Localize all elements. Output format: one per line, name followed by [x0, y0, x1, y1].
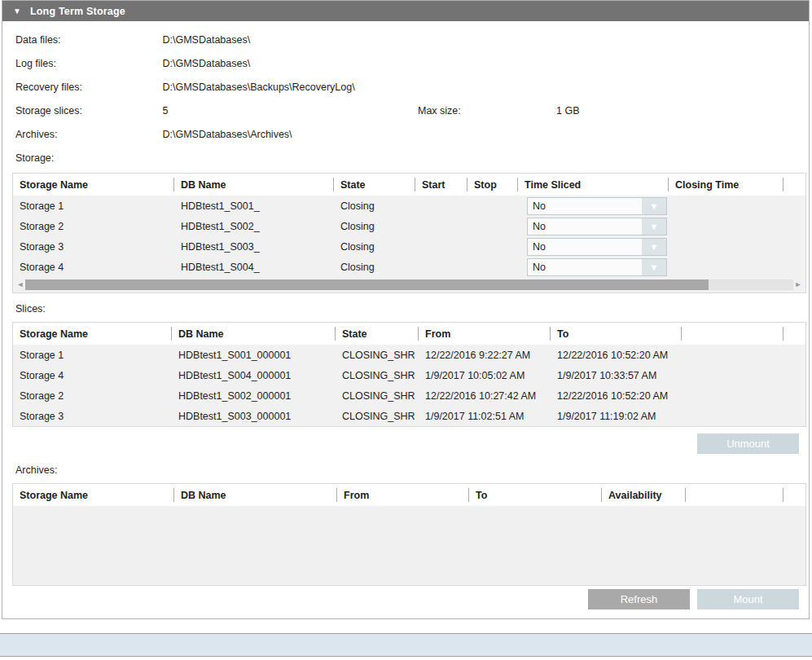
column-header-db-name[interactable]: DB Name	[174, 174, 334, 196]
column-header-pad	[783, 484, 805, 506]
cell-state: Closing	[334, 196, 415, 216]
table-row[interactable]: Storage 1 HDBtest1_S001_000001 CLOSING_S…	[13, 345, 805, 365]
archives-table: Storage Name DB Name From To Availabilit…	[12, 483, 806, 586]
table-row[interactable]: Storage 4 HDBtest1_S004_000001 CLOSING_S…	[13, 365, 805, 385]
scroll-right-icon[interactable]: ►	[793, 277, 803, 293]
dropdown-button[interactable]: ▼	[642, 259, 666, 275]
section-header[interactable]: ▼ Long Term Storage	[2, 1, 809, 21]
cell-to: 1/9/2017 10:33:57 AM	[551, 365, 682, 385]
cell-db-name: HDBtest1_S004_000001	[172, 365, 336, 385]
column-header-empty	[682, 323, 783, 345]
dropdown-value: No	[528, 221, 642, 232]
cell-pad	[783, 365, 805, 385]
cell-pad	[783, 385, 805, 406]
column-header-storage-name[interactable]: Storage Name	[13, 323, 172, 345]
column-header-stop[interactable]: Stop	[467, 174, 518, 196]
field-label: Recovery files:	[15, 81, 160, 93]
field-value: D:\GMSDatabases\	[162, 34, 250, 46]
cell-db-name: HDBtest1_S001_	[174, 196, 334, 216]
column-header-time-sliced[interactable]: Time Sliced	[518, 174, 669, 196]
cell-pad	[783, 236, 805, 257]
cell-empty	[682, 345, 783, 365]
cell-storage-name: Storage 4	[13, 257, 174, 277]
column-header-db-name[interactable]: DB Name	[174, 484, 337, 506]
dropdown-value: No	[528, 200, 642, 212]
column-header-storage-name[interactable]: Storage Name	[13, 484, 174, 506]
dropdown-button[interactable]: ▼	[642, 198, 666, 214]
archives-table-header: Storage Name DB Name From To Availabilit…	[13, 484, 805, 506]
collapsed-section-bar[interactable]	[0, 633, 812, 657]
table-row[interactable]: Storage 2 HDBtest1_S002_ Closing No ▼	[13, 216, 805, 236]
column-header-closing-time[interactable]: Closing Time	[669, 174, 783, 196]
column-header-state[interactable]: State	[334, 174, 415, 196]
cell-to: 12/22/2016 10:52:20 AM	[551, 345, 682, 365]
cell-stop	[467, 236, 518, 257]
cell-stop	[467, 216, 518, 236]
time-sliced-dropdown[interactable]: No ▼	[527, 218, 667, 235]
cell-pad	[783, 257, 805, 277]
cell-closing-time	[669, 257, 783, 277]
column-header-start[interactable]: Start	[415, 174, 467, 196]
column-header-state[interactable]: State	[336, 323, 419, 345]
scrollbar-track[interactable]	[25, 279, 793, 290]
archives-empty-body	[13, 506, 805, 585]
time-sliced-dropdown[interactable]: No ▼	[527, 197, 667, 215]
time-sliced-dropdown[interactable]: No ▼	[527, 238, 667, 256]
cell-storage-name: Storage 1	[13, 196, 174, 216]
column-header-to[interactable]: To	[551, 323, 682, 345]
cell-start	[415, 236, 467, 257]
cell-to: 12/22/2016 10:52:20 AM	[551, 385, 682, 406]
max-size-value: 1 GB	[556, 105, 580, 117]
field-label: Storage slices:	[15, 105, 160, 117]
mount-button[interactable]: Mount	[697, 589, 799, 609]
cell-state: Closing	[334, 216, 415, 236]
max-size-label: Max size:	[418, 105, 461, 117]
column-header-pad	[783, 323, 805, 345]
cell-db-name: HDBtest1_S002_000001	[172, 385, 336, 406]
field-recovery-files: Recovery files: D:\GMSDatabases\Backups\…	[15, 81, 355, 95]
collapse-triangle-icon[interactable]: ▼	[13, 7, 21, 15]
time-sliced-dropdown[interactable]: No ▼	[527, 258, 667, 276]
cell-stop	[467, 257, 518, 277]
chevron-down-icon: ▼	[650, 262, 659, 272]
column-header-to[interactable]: To	[469, 484, 602, 506]
cell-db-name: HDBtest1_S002_	[174, 216, 334, 236]
slices-section-label: Slices:	[15, 303, 46, 315]
chevron-down-icon: ▼	[650, 222, 659, 231]
page-title: Long Term Storage	[30, 6, 125, 17]
cell-pad	[783, 196, 805, 216]
scroll-left-icon[interactable]: ◄	[15, 277, 25, 293]
dropdown-value: No	[528, 262, 642, 273]
cell-time-sliced: No ▼	[518, 257, 669, 277]
storage-section-label: Storage:	[15, 152, 54, 164]
cell-from: 12/22/2016 9:22:27 AM	[419, 345, 551, 365]
dropdown-button[interactable]: ▼	[642, 218, 666, 235]
horizontal-scrollbar[interactable]: ◄ ►	[13, 277, 805, 293]
dropdown-button[interactable]: ▼	[642, 239, 666, 255]
slices-table-header: Storage Name DB Name State From To	[13, 323, 805, 345]
table-row[interactable]: Storage 3 HDBtest1_S003_ Closing No ▼	[13, 236, 805, 257]
cell-storage-name: Storage 2	[13, 385, 172, 406]
column-header-from[interactable]: From	[337, 484, 469, 506]
cell-time-sliced: No ▼	[518, 236, 669, 257]
cell-storage-name: Storage 3	[13, 236, 174, 257]
column-header-empty	[686, 484, 783, 506]
column-header-db-name[interactable]: DB Name	[172, 323, 336, 345]
cell-start	[415, 196, 467, 216]
table-row[interactable]: Storage 3 HDBtest1_S003_000001 CLOSING_S…	[13, 406, 805, 426]
cell-state: CLOSING_SHR	[336, 385, 419, 406]
column-header-availability[interactable]: Availability	[602, 484, 686, 506]
scrollbar-thumb[interactable]	[25, 279, 709, 290]
refresh-button[interactable]: Refresh	[588, 589, 690, 609]
slices-table: Storage Name DB Name State From To Stora…	[12, 322, 806, 427]
table-row[interactable]: Storage 2 HDBtest1_S002_000001 CLOSING_S…	[13, 385, 805, 406]
cell-state: CLOSING_SHR	[336, 406, 419, 426]
table-row[interactable]: Storage 4 HDBtest1_S004_ Closing No ▼	[13, 257, 805, 277]
unmount-button[interactable]: Unmount	[697, 433, 799, 454]
column-header-storage-name[interactable]: Storage Name	[13, 174, 174, 196]
table-row[interactable]: Storage 1 HDBtest1_S001_ Closing No ▼	[13, 196, 805, 216]
cell-to: 1/9/2017 11:19:02 AM	[551, 406, 682, 426]
field-label: Data files:	[15, 34, 160, 46]
column-header-from[interactable]: From	[419, 323, 551, 345]
cell-closing-time	[669, 236, 783, 257]
